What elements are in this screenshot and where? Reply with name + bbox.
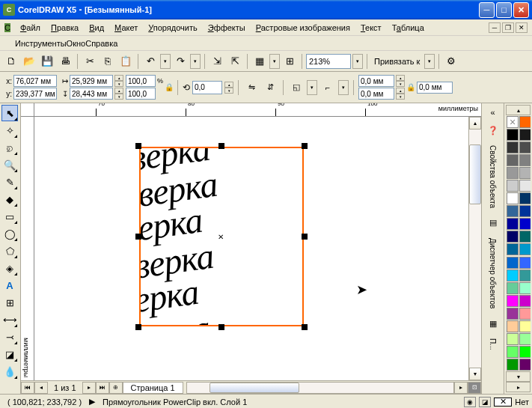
swatch-31[interactable] xyxy=(519,308,531,320)
swatch-6[interactable] xyxy=(507,154,519,166)
scroll-thumb-h[interactable] xyxy=(210,383,299,393)
height-input[interactable] xyxy=(70,88,113,100)
menu-edit[interactable]: Правка xyxy=(46,22,84,34)
swatch-36[interactable] xyxy=(507,346,519,358)
width-input[interactable] xyxy=(70,75,113,87)
swatch-23[interactable] xyxy=(519,257,531,269)
palette-down[interactable]: ▾ xyxy=(506,371,531,382)
handle-bm[interactable] xyxy=(218,324,224,330)
swatch-17[interactable] xyxy=(519,218,531,230)
pos-y-input[interactable] xyxy=(13,88,57,100)
swatch-35[interactable] xyxy=(519,333,531,345)
copy-button[interactable]: ⎘ xyxy=(100,53,116,70)
docker-object-manager[interactable]: Диспетчер объектов xyxy=(487,235,498,311)
corner-drop[interactable]: ▾ xyxy=(307,80,317,95)
swatch-9[interactable] xyxy=(519,167,531,179)
swatch-37[interactable] xyxy=(519,346,531,358)
swatch-24[interactable] xyxy=(507,270,519,281)
corner-tl-input[interactable] xyxy=(358,75,394,87)
nav-corner[interactable]: ⊡ xyxy=(468,382,481,394)
fill-indicator[interactable]: ✕ xyxy=(494,398,512,407)
export-button[interactable]: ⇱ xyxy=(227,53,243,70)
swatch-4[interactable] xyxy=(507,141,519,153)
new-button[interactable]: 🗋 xyxy=(3,53,19,70)
app-launcher-drop[interactable]: ▾ xyxy=(269,54,280,69)
mirror-h-button[interactable]: ⇋ xyxy=(243,79,260,96)
swatch-8[interactable] xyxy=(507,167,519,179)
palette-flyout[interactable]: ▸ xyxy=(506,382,531,392)
undo-history[interactable]: ▾ xyxy=(160,54,171,69)
menu-file[interactable]: Файл xyxy=(15,22,46,34)
dimension-tool[interactable]: ⟷ xyxy=(1,311,18,328)
scrollbar-horizontal[interactable] xyxy=(186,382,454,394)
page-prev[interactable]: ◂ xyxy=(34,382,48,394)
shape-tool[interactable]: ✧ xyxy=(1,122,18,138)
menu-arrange[interactable]: Упорядочить xyxy=(143,22,202,34)
print-button[interactable]: 🖶 xyxy=(57,53,73,70)
corner-lock-icon[interactable]: 🔒 xyxy=(407,82,415,93)
scroll-thumb-v[interactable] xyxy=(469,144,481,204)
page-add[interactable]: ⊕ xyxy=(109,382,123,394)
menu-effects[interactable]: Эффекты xyxy=(203,22,251,34)
pick-tool[interactable]: ⬉ xyxy=(1,105,18,121)
redo-history[interactable]: ▾ xyxy=(190,54,201,69)
menu-tools[interactable]: Инструменты xyxy=(15,39,67,48)
swatch-5[interactable] xyxy=(519,141,531,153)
swatch-30[interactable] xyxy=(507,308,519,320)
swatch-26[interactable] xyxy=(507,282,519,294)
scroll-right[interactable]: ▸ xyxy=(454,382,468,394)
docker-more[interactable]: П... xyxy=(487,335,498,353)
fill-icon[interactable]: ◪ xyxy=(479,397,491,407)
handle-br[interactable] xyxy=(302,324,308,330)
color-proof-icon[interactable]: ◉ xyxy=(464,397,476,407)
scale-y-input[interactable] xyxy=(126,88,156,100)
undo-button[interactable]: ↶ xyxy=(142,53,159,70)
swatch-25[interactable] xyxy=(519,270,531,281)
scroll-down[interactable]: ▾ xyxy=(469,368,481,380)
basic-shapes-tool[interactable]: ◈ xyxy=(1,260,18,276)
eyedropper-tool[interactable]: 💧 xyxy=(1,363,18,380)
swatch-18[interactable] xyxy=(507,231,519,243)
zoom-drop[interactable]: ▾ xyxy=(352,54,363,69)
swatch-14[interactable] xyxy=(507,205,519,217)
more-docker-icon[interactable]: ▦ xyxy=(487,317,499,329)
zoom-input[interactable] xyxy=(306,54,351,69)
swatch-33[interactable] xyxy=(519,320,531,332)
interactive-tool[interactable]: ◪ xyxy=(1,346,18,362)
ellipse-tool[interactable]: ◯ xyxy=(1,225,18,242)
ruler-horizontal[interactable]: 70 80 90 100 миллиметры xyxy=(21,103,481,117)
object-manager-icon[interactable]: ▤ xyxy=(487,217,499,229)
swatch-27[interactable] xyxy=(519,282,531,294)
corner-shape-drop[interactable]: ▾ xyxy=(338,80,349,95)
handle-tl[interactable] xyxy=(135,143,141,149)
width-spinner[interactable]: ▴▾ xyxy=(114,75,123,87)
page-next[interactable]: ▸ xyxy=(82,382,96,394)
swatch-16[interactable] xyxy=(507,218,519,230)
ruler-vertical[interactable]: миллиметры xyxy=(21,117,34,380)
menu-text[interactable]: Текст xyxy=(355,22,387,34)
scrollbar-vertical[interactable]: ▴ ▾ xyxy=(468,117,481,380)
swatch-19[interactable] xyxy=(519,231,531,243)
page-first[interactable]: ⏮ xyxy=(21,382,34,394)
menu-view[interactable]: Вид xyxy=(84,22,109,34)
swatch-39[interactable] xyxy=(519,359,531,371)
mirror-v-button[interactable]: ⇵ xyxy=(262,79,278,96)
menu-layout[interactable]: Макет xyxy=(109,22,143,34)
palette-up[interactable]: ▴ xyxy=(506,105,531,115)
handle-tm[interactable] xyxy=(218,143,224,149)
open-button[interactable]: 📂 xyxy=(21,53,37,70)
scroll-up[interactable]: ▴ xyxy=(469,117,481,130)
table-tool[interactable]: ⊞ xyxy=(1,294,18,311)
swatch-13[interactable] xyxy=(519,192,531,204)
rotation-spinner[interactable]: ▴▾ xyxy=(224,82,233,94)
swatch-22[interactable] xyxy=(507,257,519,269)
zoom-tool[interactable]: 🔍 xyxy=(1,156,18,173)
pos-x-input[interactable] xyxy=(13,75,57,87)
mdi-close[interactable]: ✕ xyxy=(516,22,528,33)
swatch-3[interactable] xyxy=(519,129,531,141)
swatch-15[interactable] xyxy=(519,205,531,217)
canvas[interactable]: роверка роверка роверка роверка роверка … xyxy=(34,117,468,380)
cut-button[interactable]: ✂ xyxy=(82,53,98,70)
swatch-29[interactable] xyxy=(519,295,531,307)
swatch-12[interactable] xyxy=(507,192,519,204)
